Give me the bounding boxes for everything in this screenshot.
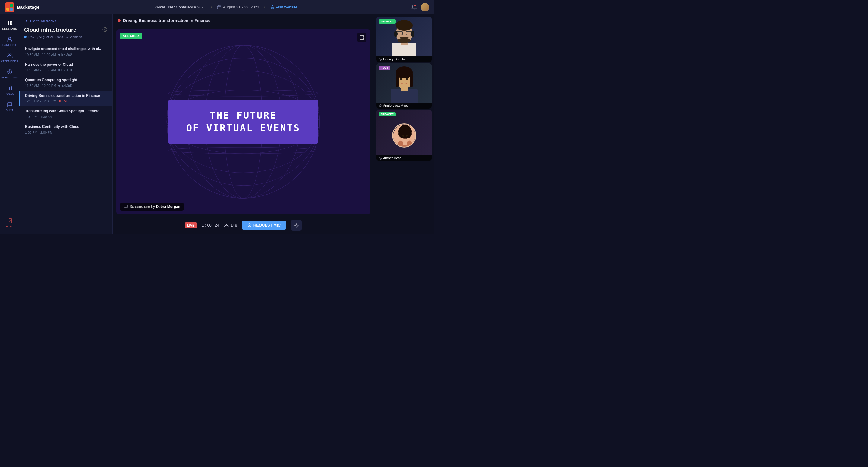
participant-card-annie: HOST xyxy=(376,63,432,109)
harvey-name: Harvey Spector xyxy=(383,57,406,61)
settings-button[interactable] xyxy=(291,220,302,231)
chat-wrapper: CHAT xyxy=(0,98,19,115)
presentation-card: THE FUTURE OF VIRTUAL EVENTS xyxy=(168,99,318,144)
svg-point-46 xyxy=(296,225,297,226)
participant-card-amber: SPEAKER xyxy=(376,110,432,161)
session-time: 11:00 AM - 11:30 AM ENDED xyxy=(25,68,107,72)
track-subtitle-text: Day 1, August 21, 2020 • 6 Sessions xyxy=(28,35,82,39)
svg-point-54 xyxy=(394,31,398,37)
participant-video-annie: HOST xyxy=(376,63,432,103)
presentation-title-line2: OF VIRTUAL EVENTS xyxy=(186,122,301,135)
sidebar-item-chat[interactable]: CHAT xyxy=(0,98,19,115)
svg-rect-12 xyxy=(7,21,9,23)
svg-rect-15 xyxy=(10,23,12,25)
svg-rect-0 xyxy=(6,4,9,7)
svg-rect-43 xyxy=(249,224,250,226)
presentation-title-line1: THE FUTURE xyxy=(186,109,301,122)
live-badge: LIVE xyxy=(185,222,197,228)
svg-rect-22 xyxy=(7,89,8,90)
svg-point-75 xyxy=(402,135,404,137)
close-panel-button[interactable] xyxy=(102,27,107,34)
request-mic-label: REQUEST MIC xyxy=(253,223,281,228)
participant-name-annie: Annie Luca Mcoy xyxy=(376,103,432,109)
participant-name-harvey: Harvey Spector xyxy=(376,56,432,62)
session-item[interactable]: Transforming with Cloud Spotlight - Fede… xyxy=(19,106,113,122)
svg-rect-1 xyxy=(10,4,13,7)
speaker-role-badge-amber: SPEAKER xyxy=(379,112,396,116)
sidebar-item-attendees[interactable]: ATTENDEES xyxy=(0,50,19,66)
speaker-role-badge: SPEAKER xyxy=(379,19,396,24)
participant-card-harvey: SPEAKER xyxy=(376,17,432,62)
request-mic-button[interactable]: REQUEST MIC xyxy=(242,221,286,230)
attendees-label: ATTENDEES xyxy=(1,60,19,63)
svg-rect-23 xyxy=(9,87,10,90)
svg-point-66 xyxy=(406,78,408,80)
participant-video-amber: SPEAKER xyxy=(376,110,432,155)
sidebar-item-questions[interactable]: QUESTIONS xyxy=(0,66,19,82)
sidebar-item-polls[interactable]: POLLS xyxy=(0,82,19,98)
svg-point-18 xyxy=(10,54,11,56)
session-item[interactable]: Navigate unprecedented challenges with c… xyxy=(19,44,113,59)
backstage-label: Backstage xyxy=(17,4,39,10)
svg-point-74 xyxy=(398,129,412,139)
user-avatar[interactable] xyxy=(421,3,429,11)
attendees-count: 148 xyxy=(224,223,237,228)
session-item[interactable]: Harness the power of Cloud 11:00 AM - 11… xyxy=(19,59,113,75)
event-date: August 21 - 23, 2021 xyxy=(223,5,259,9)
screenshare-bar: Screenshare by Debra Morgan xyxy=(120,203,184,211)
zoho-logo xyxy=(5,2,14,12)
session-title: Driving Business transformation in Finan… xyxy=(25,93,107,98)
session-time: 1:30 PM - 2:00 PM xyxy=(25,130,107,134)
svg-rect-77 xyxy=(380,157,381,158)
bottom-bar: LIVE 1 : 00 : 24 148 R xyxy=(113,216,374,233)
attendees-icon xyxy=(224,223,229,228)
session-item[interactable]: Quantum Computing spotlight 11:30 AM - 1… xyxy=(19,75,113,90)
session-item-active[interactable]: Driving Business transformation in Finan… xyxy=(19,90,113,106)
panelist-label: PANELIST xyxy=(2,43,17,47)
screenshare-icon xyxy=(124,205,128,209)
svg-point-50 xyxy=(396,20,412,31)
expand-video-button[interactable] xyxy=(358,33,367,42)
session-time: 10:30 AM - 11:00 AM ENDED xyxy=(25,53,107,56)
visit-website-label: Visit website xyxy=(276,5,298,9)
track-subtitle: Day 1, August 21, 2020 • 6 Sessions xyxy=(24,35,82,39)
visit-website-link[interactable]: Visit website xyxy=(270,5,298,9)
participant-name-amber: Amber Rose xyxy=(376,155,432,161)
sidebar-item-panelist[interactable]: PANELIST xyxy=(0,33,19,50)
calendar-icon xyxy=(217,5,221,9)
sidebar-item-exit[interactable]: EXIT xyxy=(0,215,19,231)
mic-icon xyxy=(379,104,382,107)
main-layout: SESSIONS PANELIST ATTENDEES xyxy=(0,14,434,233)
annie-avatar xyxy=(386,63,422,103)
notification-bell-icon[interactable] xyxy=(411,4,417,10)
back-to-tracks-link[interactable]: Go to all tracks xyxy=(24,19,107,23)
icon-sidebar: SESSIONS PANELIST ATTENDEES xyxy=(0,14,19,233)
participant-video-harvey: SPEAKER xyxy=(376,17,432,56)
speaker-badge: SPEAKER xyxy=(120,33,142,39)
session-item[interactable]: Business Continuity with Cloud 1:30 PM -… xyxy=(19,122,113,137)
chat-label: CHAT xyxy=(6,109,13,112)
current-session-title: Driving Business transformation in Finan… xyxy=(123,18,210,23)
close-icon xyxy=(102,27,107,32)
right-panel: SPEAKER xyxy=(374,14,434,233)
polls-icon xyxy=(7,85,13,91)
sessions-panel: Go to all tracks Cloud infrastructure Da… xyxy=(19,14,113,233)
microphone-icon xyxy=(247,223,252,228)
session-status: ENDED xyxy=(59,84,72,87)
exit-icon xyxy=(7,218,13,224)
main-content: Driving Business transformation in Finan… xyxy=(113,14,374,233)
attendees-number: 148 xyxy=(230,223,237,228)
svg-point-17 xyxy=(8,54,9,56)
mic-icon xyxy=(379,58,382,61)
svg-rect-14 xyxy=(7,23,9,25)
svg-point-20 xyxy=(9,73,10,73)
session-title: Quantum Computing spotlight xyxy=(25,78,107,83)
svg-rect-3 xyxy=(10,7,13,10)
nav-center: Zylker User Conference 2021 • August 21 … xyxy=(47,5,405,9)
annie-name: Annie Luca Mcoy xyxy=(383,104,408,108)
session-status: ENDED xyxy=(59,53,72,56)
sidebar-item-sessions[interactable]: SESSIONS xyxy=(0,17,19,33)
attendees-icon xyxy=(7,53,13,59)
svg-point-65 xyxy=(400,78,402,80)
svg-rect-63 xyxy=(396,72,399,87)
